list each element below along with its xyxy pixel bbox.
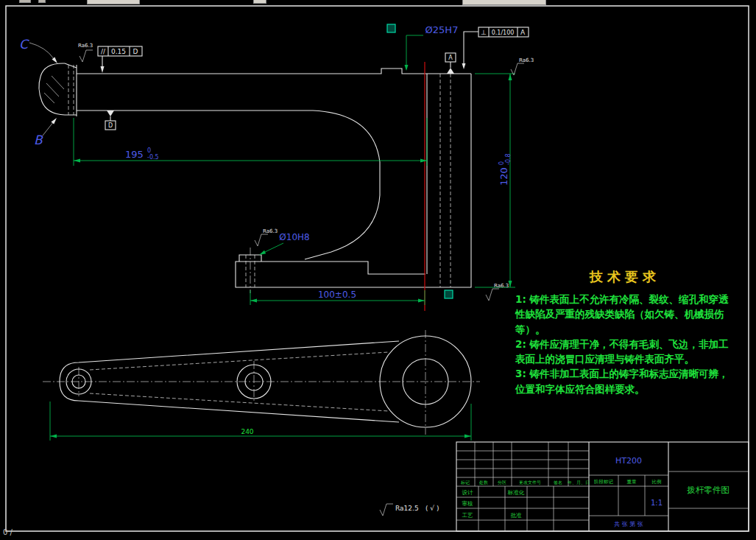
roughness-symbol: Ra6.3 — [511, 57, 534, 75]
side-view — [39, 62, 471, 311]
grip-handle[interactable] — [387, 24, 395, 32]
part-outline — [77, 69, 471, 287]
roughness-symbol: Ra6.3 — [486, 283, 509, 301]
roughness-note-value: Ra12.5 — [395, 505, 419, 512]
material-value: HT200 — [615, 456, 642, 466]
roughness-value: Ra6.3 — [263, 228, 278, 234]
tech-req-item: 1: 铸件表面上不允许有冷隔、裂纹、缩孔和穿透性缺陷及严重的残缺类缺陷（如欠铸、… — [515, 292, 735, 337]
dim-120: 120 0 -0.8 — [475, 74, 515, 287]
tech-req-item: 3: 铸件非加工表面上的铸字和标志应清晰可辨，位置和字体应符合图样要求。 — [515, 366, 735, 396]
hidden-lines-side — [68, 65, 451, 287]
hole-label: Ø10H8 — [259, 232, 310, 255]
general-roughness-note: Ra12.5 ( √ ) — [380, 504, 439, 516]
roughness-value: Ra6.3 — [78, 43, 93, 49]
rev-header: 年、月、日 — [568, 480, 590, 485]
dim-120-tol-lower: -0.8 — [505, 153, 512, 165]
datum-d: D — [105, 111, 116, 130]
fcf-parallel-symbol: // — [101, 48, 106, 55]
view-label-c: C — [19, 37, 57, 63]
fcf-perp-datum: A — [520, 29, 526, 36]
dim-100-value: 100±0.5 — [318, 290, 356, 300]
technical-requirements: 技术要求 1: 铸件表面上不允许有冷隔、裂纹、缩孔和穿透性缺陷及严重的残缺类缺陷… — [515, 268, 735, 396]
datum-d-letter: D — [108, 122, 113, 129]
sign-label-standard: 标准化 — [507, 489, 525, 496]
roughness-symbol: Ra6.3 — [255, 228, 278, 246]
dim-120-value: 120 — [498, 167, 509, 186]
status-fragment: 0 / — [3, 528, 13, 536]
roughness-note-suffix: ( √ ) — [425, 505, 439, 512]
fcf-parallelism: // 0.15 D — [98, 46, 142, 73]
dim-195-tol-upper: 0 — [147, 147, 151, 154]
sign-label-process: 工艺 — [462, 512, 474, 519]
sign-label-design: 设计 — [462, 489, 474, 496]
fcf-parallel-value: 0.15 — [111, 48, 126, 55]
plan-view — [43, 330, 480, 435]
tech-req-title: 技术要求 — [515, 268, 735, 286]
datum-a-letter: A — [448, 55, 453, 61]
grip-handle[interactable] — [445, 290, 453, 298]
hole-label-text: Ø10H8 — [279, 232, 309, 242]
rev-header: 标记 — [460, 480, 470, 485]
scale-value: 1:1 — [651, 499, 663, 507]
dim-195-tol-lower: -0.5 — [147, 154, 159, 161]
rev-header: 签名 — [554, 480, 562, 485]
title-block: 标记 处数 分区 更改文件号 签名 年、月、日 设计 标准化 审核 工艺 批准 … — [456, 442, 749, 531]
view-label-b-text: B — [34, 133, 43, 147]
fcf-perp-symbol: ⊥ — [481, 29, 487, 36]
roughness-value: Ra6.3 — [519, 57, 534, 63]
dim-120-tol-upper: 0 — [498, 161, 505, 165]
view-label-c-text: C — [19, 37, 29, 52]
stage-label: 阶段标记 — [594, 479, 614, 485]
fcf-perp-value: 0.1/100 — [492, 29, 515, 36]
sign-label-approve: 批准 — [511, 512, 523, 519]
sheet-note: 共 张 第 张 — [614, 521, 643, 527]
tech-req-item: 2: 铸件应清理干净，不得有毛刺、飞边，非加工表面上的浇冒口应清理与铸件表面齐平… — [515, 337, 735, 367]
dim-240-value: 240 — [241, 428, 253, 435]
dim-100: 100±0.5 — [250, 290, 425, 305]
part-name: 拨杆零件图 — [686, 485, 729, 495]
view-label-b: B — [34, 118, 57, 147]
dim-195-value: 195 — [125, 149, 144, 160]
datum-a: A — [445, 53, 456, 74]
weight-label: 重量 — [627, 479, 637, 485]
roughness-value: Ra6.3 — [494, 283, 509, 289]
fcf-parallel-datum: D — [133, 48, 138, 55]
bore-label: Ø25H7 — [387, 24, 458, 71]
cad-window: 195 0 -0.5 120 0 -0.8 100±0.5 — [0, 0, 756, 540]
hook-outline — [39, 63, 77, 116]
scale-label: 比例 — [652, 479, 662, 485]
rev-header: 处数 — [478, 480, 488, 485]
hook-hatch — [44, 76, 64, 103]
sign-label-check: 审核 — [462, 500, 474, 507]
rev-header: 分区 — [498, 480, 506, 485]
bore-label-text: Ø25H7 — [425, 24, 459, 35]
roughness-symbol: Ra6.3 — [78, 43, 93, 62]
rev-header: 更改文件号 — [519, 480, 541, 485]
dim-240: 240 — [50, 402, 471, 441]
